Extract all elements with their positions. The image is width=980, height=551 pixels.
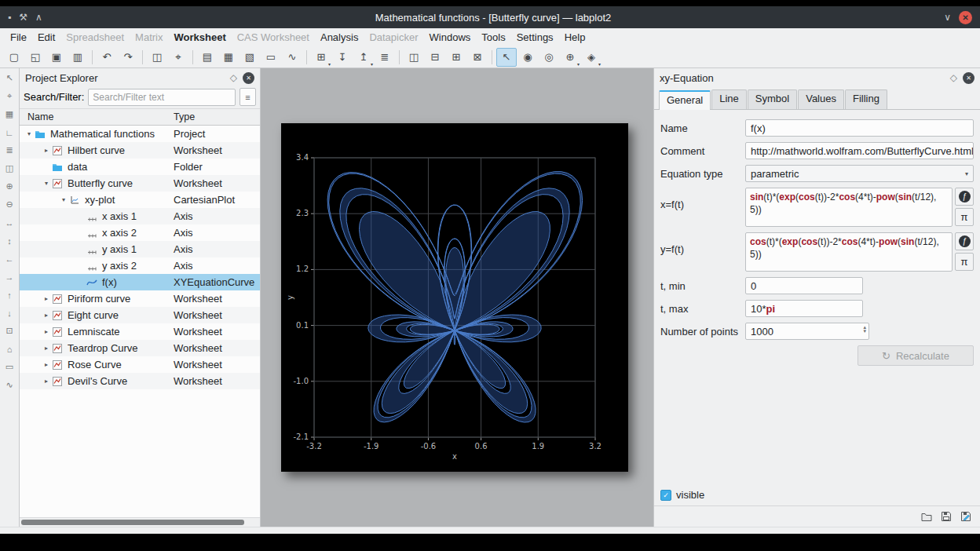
points-input[interactable]: 1000 ▴▾ (745, 323, 869, 340)
shade-icon[interactable]: ∧ (35, 12, 42, 23)
shift-left-icon[interactable]: ← (3, 253, 16, 265)
dropdown-arrow-icon[interactable]: ▾ (577, 61, 580, 67)
shift-right-icon[interactable]: → (3, 271, 16, 283)
horizontal-scrollbar[interactable] (20, 517, 260, 527)
tree-column-headers[interactable]: Name Type (20, 108, 260, 126)
menu-cas-worksheet[interactable]: CAS Worksheet (232, 30, 315, 45)
expander-closed-icon[interactable]: ▸ (42, 328, 51, 335)
visible-checkbox[interactable]: ✓ (660, 490, 671, 501)
menu-tools[interactable]: Tools (476, 30, 510, 45)
export-data-button[interactable]: ↥▾ (353, 48, 374, 67)
tree-row-lemniscate[interactable]: ▸LemniscateWorksheet (20, 323, 260, 340)
insert-constant-button[interactable]: π (955, 208, 974, 226)
tree-row-x-axis-2[interactable]: x axis 2Axis (20, 224, 260, 241)
menu-windows[interactable]: Windows (424, 30, 477, 45)
dropdown-arrow-icon[interactable]: ▾ (328, 61, 331, 67)
insert-constant-button[interactable]: π (955, 253, 974, 271)
equation-type-select[interactable]: parametric ▾ (745, 165, 974, 182)
tab-values[interactable]: Values (798, 89, 844, 109)
filter-options-button[interactable]: ≡ (240, 88, 256, 106)
tmin-input[interactable]: 0 (745, 277, 863, 294)
tree-row-x-axis-1[interactable]: x axis 1Axis (20, 208, 260, 224)
insert-function-button[interactable]: ƒ (955, 188, 974, 206)
grid-icon[interactable]: ▦ (3, 108, 16, 120)
close-dock-icon[interactable]: ✕ (243, 72, 254, 84)
tab-symbol[interactable]: Symbol (748, 89, 797, 109)
new-workbook-button[interactable]: ◫ (147, 48, 167, 67)
new-document-button[interactable]: ▢ (4, 48, 24, 67)
zoom-x-icon[interactable]: ↔ (3, 217, 16, 228)
undo-button[interactable]: ↶ (97, 48, 117, 67)
column-type[interactable]: Type (174, 111, 195, 122)
close-dock-icon[interactable]: ✕ (963, 72, 975, 84)
zoom-out-icon[interactable]: ⊖ (3, 199, 16, 210)
curve-icon[interactable]: ∿ (3, 379, 16, 391)
zoom-select-mode-button[interactable]: ◎ (539, 48, 559, 67)
new-matrix-button[interactable]: ▦ (218, 48, 239, 67)
split-icon[interactable]: ◫ (3, 162, 16, 174)
vertical-layout-button[interactable]: ◫ (404, 48, 424, 67)
menu-settings[interactable]: Settings (511, 30, 559, 45)
chevron-down-icon[interactable]: ∨ (944, 12, 951, 23)
tmax-input[interactable]: 10*pi (745, 300, 863, 317)
comment-input[interactable]: http://mathworld.wolfram.com/ButterflyCu… (745, 142, 974, 159)
save-default-button[interactable] (958, 509, 974, 524)
tools-icon[interactable]: ⚒ (19, 12, 27, 23)
expander-open-icon[interactable]: ▾ (59, 196, 68, 203)
import-data-button[interactable]: ↧ (332, 48, 353, 67)
new-datapicker-button[interactable]: ⌖ (168, 48, 188, 67)
dropdown-arrow-icon[interactable]: ▾ (598, 61, 601, 67)
menu-datapicker[interactable]: Datapicker (364, 30, 423, 45)
search-input[interactable]: Search/Filter text (88, 89, 236, 106)
tree-row-devil-s-curve[interactable]: ▸Devil's CurveWorksheet (20, 373, 260, 389)
spin-down-icon[interactable]: ▾ (863, 329, 866, 333)
x-equation-input[interactable]: sin(t)*(exp(cos(t))-2*cos(4*t)-pow(sin(t… (745, 188, 953, 227)
shift-down-icon[interactable]: ↓ (3, 307, 16, 319)
tree-row-y-axis-1[interactable]: y axis 1Axis (20, 241, 260, 257)
expander-closed-icon[interactable]: ▸ (42, 345, 51, 352)
dropdown-arrow-icon[interactable]: ▾ (371, 61, 373, 67)
tree-row-eight-curve[interactable]: ▸Eight curveWorksheet (20, 307, 260, 323)
break-layout-button[interactable]: ⊠ (467, 48, 488, 67)
magnification-button[interactable]: ◈▾ (581, 48, 602, 67)
expander-open-icon[interactable]: ▾ (42, 180, 51, 187)
select-mode-button[interactable]: ↖ (496, 48, 517, 67)
menu-file[interactable]: File (5, 30, 32, 45)
expander-closed-icon[interactable]: ▸ (42, 361, 51, 368)
tree-row-hilbert-curve[interactable]: ▸Hilbert curveWorksheet (20, 142, 260, 159)
save-project-button[interactable]: ▣ (46, 48, 67, 67)
y-equation-input[interactable]: cos(t)*(exp(cos(t))-2*cos(4*t)-pow(sin(t… (745, 232, 953, 272)
tab-filling[interactable]: Filling (845, 89, 887, 109)
menu-worksheet[interactable]: Worksheet (168, 30, 231, 45)
expander-closed-icon[interactable]: ▸ (42, 295, 51, 302)
worksheet-view[interactable]: -3.2-1.9-0.60.61.93.23.42.31.20.1-1.0-2.… (261, 68, 654, 527)
scrollbar-handle[interactable] (21, 520, 244, 525)
project-explorer-header[interactable]: Project Explorer ◇ ✕ (20, 68, 260, 87)
open-project-button[interactable]: ◱ (25, 48, 46, 67)
tree-row-y-axis-2[interactable]: y axis 2Axis (20, 257, 260, 274)
tree-row-piriform-curve[interactable]: ▸Piriform curveWorksheet (20, 290, 260, 307)
dock-header[interactable]: xy-Equation ◇ ✕ (654, 68, 980, 87)
tab-general[interactable]: General (659, 90, 711, 110)
redo-button[interactable]: ↷ (118, 48, 138, 67)
zoom-in-icon[interactable]: ⊕ (3, 181, 16, 192)
close-button[interactable]: ✕ (959, 11, 972, 24)
print-button[interactable]: ≣ (375, 48, 395, 67)
insert-function-button[interactable]: ƒ (955, 232, 974, 250)
column-name[interactable]: Name (20, 111, 53, 122)
horizontal-layout-button[interactable]: ⊟ (425, 48, 445, 67)
new-live-data-button[interactable]: ∿ (282, 48, 302, 67)
menu-help[interactable]: Help (559, 30, 591, 45)
plot-page[interactable]: -3.2-1.9-0.60.61.93.23.42.31.20.1-1.0-2.… (281, 123, 628, 472)
tree-row-butterfly-curve[interactable]: ▾Butterfly curveWorksheet (20, 175, 260, 192)
float-dock-icon[interactable]: ◇ (950, 72, 957, 83)
tree-row-xy-plot[interactable]: ▾xy-plotCartesianPlot (20, 192, 260, 208)
app-menu-icon[interactable]: ▪ (8, 12, 11, 23)
recalculate-button[interactable]: ↻ Recalculate (858, 345, 974, 366)
save-template-button[interactable] (938, 509, 954, 524)
titlebar[interactable]: ▪ ⚒ ∧ Mathematical functions - [Butterfl… (0, 6, 980, 28)
spinner-arrows[interactable]: ▴▾ (863, 325, 866, 334)
page-icon[interactable]: ▭ (3, 361, 16, 373)
menu-analysis[interactable]: Analysis (315, 30, 364, 45)
tree-row-f-x-[interactable]: f(x)XYEquationCurve (20, 274, 260, 290)
